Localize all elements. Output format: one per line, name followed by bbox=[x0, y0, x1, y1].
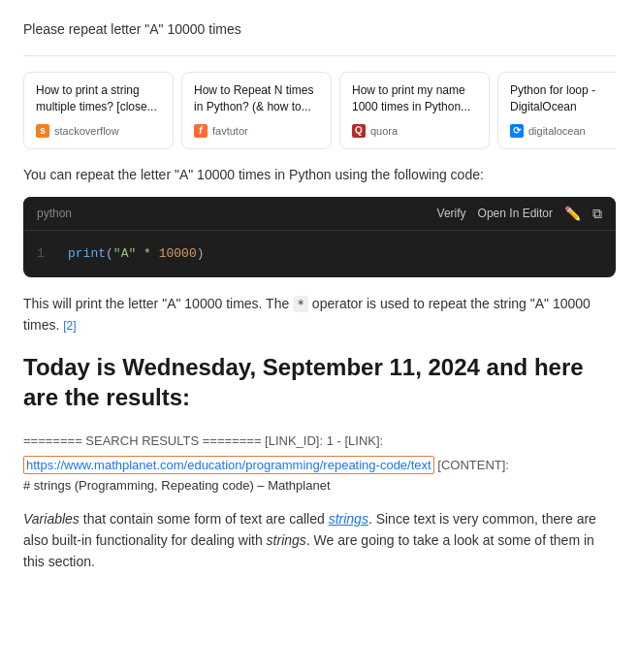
result-text-content: This will print the letter "A" 10000 tim… bbox=[23, 296, 591, 334]
code-operator: * bbox=[144, 246, 151, 261]
verify-button[interactable]: Verify bbox=[437, 207, 466, 220]
code-language: python bbox=[37, 205, 72, 222]
query-text: Please repeat letter "A" 10000 times bbox=[23, 19, 616, 56]
strings-link[interactable]: strings bbox=[329, 511, 368, 527]
favtutor-icon: f bbox=[194, 124, 208, 138]
code-line-1: 1 print("A" * 10000) bbox=[23, 244, 602, 264]
big-heading: Today is Wednesday, September 11, 2024 a… bbox=[23, 352, 616, 412]
body-italic-strings: strings bbox=[267, 532, 306, 548]
stackoverflow-icon: s bbox=[36, 124, 49, 138]
source-card-site-3: ⟳ digitalocean bbox=[510, 123, 616, 140]
source-card-title-3: Python for loop - DigitalOcean bbox=[510, 82, 616, 115]
edit-icon[interactable]: ✏️ bbox=[564, 206, 581, 221]
source-card-site-0: s stackoverflow bbox=[36, 123, 161, 140]
result-text: This will print the letter "A" 10000 tim… bbox=[23, 293, 616, 336]
source-card-3[interactable]: Python for loop - DigitalOcean ⟳ digital… bbox=[497, 72, 616, 149]
search-results-label: ======== SEARCH RESULTS ======== [LINK_I… bbox=[23, 432, 616, 452]
source-card-1[interactable]: How to Repeat N times in Python? (& how … bbox=[181, 72, 332, 149]
code-block: python Verify Open In Editor ✏️ ⧉ 1 prin… bbox=[23, 197, 616, 277]
digitalocean-icon: ⟳ bbox=[510, 124, 524, 138]
code-func: print bbox=[68, 246, 106, 261]
code-body: 1 print("A" * 10000) bbox=[23, 231, 616, 277]
quora-icon: Q bbox=[352, 124, 366, 138]
code-string: "A" bbox=[113, 246, 136, 261]
content-label: [CONTENT]: bbox=[437, 458, 509, 472]
source-card-title-0: How to print a string multiple times? [c… bbox=[36, 82, 161, 115]
code-actions: Verify Open In Editor ✏️ ⧉ bbox=[437, 206, 602, 222]
line-number: 1 bbox=[37, 244, 56, 264]
body-italic-variables: Variables bbox=[23, 511, 80, 527]
operator-code: * bbox=[293, 296, 308, 312]
source-card-0[interactable]: How to print a string multiple times? [c… bbox=[23, 72, 174, 149]
search-result-url[interactable]: https://www.mathplanet.com/education/pro… bbox=[23, 456, 434, 474]
source-card-site-2: Q quora bbox=[352, 123, 477, 140]
search-results-section: ======== SEARCH RESULTS ======== [LINK_I… bbox=[23, 432, 616, 573]
copy-icon[interactable]: ⧉ bbox=[592, 206, 602, 222]
body-paragraph: Variables that contain some form of text… bbox=[23, 508, 616, 573]
code-number: 10000 bbox=[159, 246, 197, 261]
search-results-link-line: https://www.mathplanet.com/education/pro… bbox=[23, 456, 616, 476]
code-text: print("A" * 10000) bbox=[68, 244, 205, 264]
source-cards: How to print a string multiple times? [c… bbox=[23, 72, 616, 149]
code-header: python Verify Open In Editor ✏️ ⧉ bbox=[23, 197, 616, 231]
source-card-title-2: How to print my name 1000 times in Pytho… bbox=[352, 82, 477, 115]
content-snippet: # strings (Programming, Repeating code) … bbox=[23, 476, 616, 496]
source-card-site-1: f favtutor bbox=[194, 123, 319, 140]
source-card-2[interactable]: How to print my name 1000 times in Pytho… bbox=[339, 72, 490, 149]
intro-text: You can repeat the letter "A" 10000 time… bbox=[23, 165, 616, 185]
source-card-title-1: How to Repeat N times in Python? (& how … bbox=[194, 82, 319, 115]
open-in-editor-button[interactable]: Open In Editor bbox=[478, 207, 553, 220]
body-text-part2: that contain some form of text are calle… bbox=[80, 511, 329, 527]
citation-link[interactable]: [2] bbox=[63, 319, 76, 333]
